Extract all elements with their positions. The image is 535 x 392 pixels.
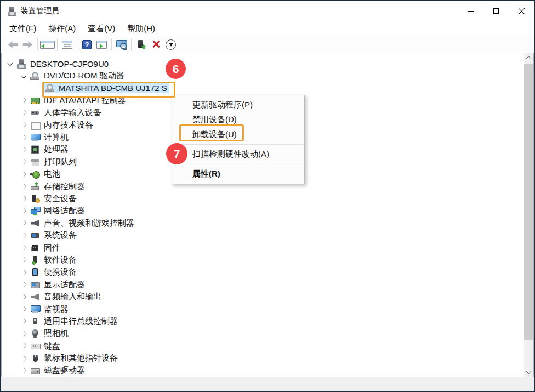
- chevron-icon[interactable]: [20, 157, 29, 166]
- tree-item[interactable]: 鼠标和其他指针设备: [2, 352, 524, 364]
- menubar-item[interactable]: 查看(V): [82, 22, 121, 36]
- minimize-button[interactable]: [458, 1, 483, 21]
- scrollbar-up-button[interactable]: [524, 53, 533, 63]
- computer-search-button[interactable]: [114, 37, 129, 52]
- context-menu-item[interactable]: 扫描检测硬件改动(A): [172, 147, 304, 162]
- chevron-icon[interactable]: [20, 231, 29, 240]
- menubar-item[interactable]: 帮助(H): [121, 22, 161, 36]
- tree-item-body[interactable]: 电池: [29, 168, 62, 180]
- tree-item-body[interactable]: MATSHITA BD-CMB UJ172 S: [44, 83, 169, 93]
- tree-item[interactable]: DVD/CD-ROM 驱动器: [2, 70, 524, 82]
- context-menu-item[interactable]: 禁用设备(D): [172, 112, 304, 127]
- tree-item[interactable]: 磁盘驱动器: [2, 365, 524, 377]
- tree-item-body[interactable]: 磁盘驱动器: [29, 365, 87, 376]
- tree-item[interactable]: 系统设备: [2, 229, 524, 241]
- tree-item[interactable]: 键盘: [2, 340, 524, 352]
- chevron-icon[interactable]: [20, 243, 29, 252]
- tree-item-body[interactable]: 安全设备: [29, 193, 79, 204]
- tree-item[interactable]: 显示适配器: [2, 279, 524, 291]
- scan-hardware-changes-button[interactable]: [163, 37, 178, 52]
- context-menu-item[interactable]: [173, 164, 304, 164]
- tree-item[interactable]: 便携设备: [2, 266, 524, 279]
- chevron-icon[interactable]: [20, 305, 29, 314]
- chevron-icon[interactable]: [20, 109, 29, 117]
- console-tree-button[interactable]: [40, 37, 55, 52]
- chevron-icon[interactable]: [20, 366, 29, 375]
- chevron-icon[interactable]: [20, 317, 29, 326]
- tree-item-body[interactable]: 键盘: [29, 340, 62, 352]
- chevron-icon[interactable]: [20, 342, 29, 350]
- tree-item[interactable]: 固件: [2, 242, 524, 254]
- tree-item[interactable]: 网络适配器: [2, 205, 524, 217]
- forward-button[interactable]: [20, 37, 35, 52]
- tree-item-body[interactable]: 计算机: [29, 132, 71, 143]
- menubar-item[interactable]: 文件(F): [3, 22, 42, 36]
- help-button[interactable]: ?: [79, 37, 94, 52]
- chevron-icon[interactable]: [20, 170, 29, 179]
- chevron-icon[interactable]: [20, 96, 29, 105]
- tree-item-body[interactable]: 固件: [29, 242, 62, 254]
- tree-item-body[interactable]: 通用串行总线控制器: [29, 316, 120, 327]
- tree-item-body[interactable]: 监视器: [29, 304, 71, 315]
- chevron-icon[interactable]: [20, 72, 29, 81]
- context-menu-item[interactable]: 更新驱动程序(P): [172, 98, 304, 112]
- tree-item-body[interactable]: DVD/CD-ROM 驱动器: [29, 70, 127, 82]
- tree-item[interactable]: 声音、视频和游戏控制器: [2, 217, 524, 229]
- chevron-icon[interactable]: [20, 133, 29, 142]
- tree-item-body[interactable]: 系统设备: [29, 230, 79, 241]
- chevron-icon[interactable]: [20, 268, 29, 277]
- tree-item[interactable]: MATSHITA BD-CMB UJ172 S: [2, 82, 524, 94]
- tree-item[interactable]: 监视器: [2, 303, 524, 315]
- device-manager-window: 装置管理員 文件(F) 操作(A) 查看(V) 帮助(H) ?: [0, 0, 535, 392]
- context-menu-item[interactable]: 属性(R): [172, 167, 304, 181]
- vertical-scrollbar[interactable]: [524, 53, 533, 377]
- chevron-icon[interactable]: [20, 354, 29, 363]
- chevron-icon[interactable]: [20, 255, 29, 264]
- tree-item-body[interactable]: 便携设备: [29, 266, 79, 278]
- tree-item-body[interactable]: IDE ATA/ATAPI 控制器: [29, 95, 128, 106]
- chevron-icon[interactable]: [20, 194, 29, 203]
- chevron-icon[interactable]: [6, 59, 15, 68]
- chevron-icon[interactable]: [20, 145, 29, 154]
- chevron-icon[interactable]: [20, 280, 29, 289]
- chevron-icon[interactable]: [20, 329, 29, 338]
- tree-item[interactable]: 照相机: [2, 328, 524, 340]
- maximize-button[interactable]: [483, 1, 509, 21]
- context-menu-item[interactable]: 卸载设备(U): [172, 127, 304, 142]
- tree-item-body[interactable]: 打印队列: [29, 156, 79, 168]
- chevron-icon[interactable]: [20, 219, 29, 228]
- tree-item-body[interactable]: DESKTOP-CJFO9U0: [15, 59, 111, 69]
- tree-item-body[interactable]: 音频输入和输出: [29, 291, 104, 303]
- update-driver-button[interactable]: [134, 37, 149, 52]
- chevron-icon[interactable]: [35, 84, 44, 93]
- tree-item[interactable]: 音频输入和输出: [2, 291, 524, 303]
- scrollbar-thumb[interactable]: [524, 64, 533, 340]
- tree-item-label: 照相机: [43, 328, 69, 339]
- chevron-icon[interactable]: [20, 293, 29, 302]
- chevron-icon[interactable]: [20, 207, 29, 215]
- tree-item-body[interactable]: 鼠标和其他指针设备: [29, 353, 120, 364]
- chevron-icon[interactable]: [20, 182, 29, 191]
- tree-item[interactable]: 软件设备: [2, 254, 524, 266]
- tree-item[interactable]: 安全设备: [2, 192, 524, 204]
- tree-item[interactable]: 通用串行总线控制器: [2, 315, 524, 327]
- tree-item-body[interactable]: 声音、视频和游戏控制器: [29, 218, 136, 229]
- back-button[interactable]: [5, 37, 20, 52]
- tree-item-body[interactable]: 人体学输入设备: [29, 107, 104, 118]
- tree-item-body[interactable]: 处理器: [29, 144, 71, 155]
- context-menu-item[interactable]: [173, 144, 304, 145]
- tree-item-body[interactable]: 显示适配器: [29, 279, 87, 291]
- tree-item-body[interactable]: 网络适配器: [29, 205, 87, 217]
- tree-item-body[interactable]: 软件设备: [29, 254, 79, 266]
- close-button[interactable]: [509, 1, 534, 21]
- tree-item-body[interactable]: 内存技术设备: [29, 120, 95, 131]
- tree-item[interactable]: DESKTOP-CJFO9U0: [2, 58, 524, 70]
- action-pane-button[interactable]: [94, 37, 109, 52]
- tree-item-body[interactable]: 照相机: [29, 328, 71, 339]
- uninstall-device-button[interactable]: [149, 37, 163, 52]
- chevron-icon[interactable]: [20, 121, 29, 129]
- scrollbar-down-button[interactable]: [524, 367, 533, 377]
- menubar-item[interactable]: 操作(A): [42, 22, 82, 36]
- tree-item-body[interactable]: 存储控制器: [29, 181, 87, 192]
- properties-button[interactable]: [60, 37, 75, 52]
